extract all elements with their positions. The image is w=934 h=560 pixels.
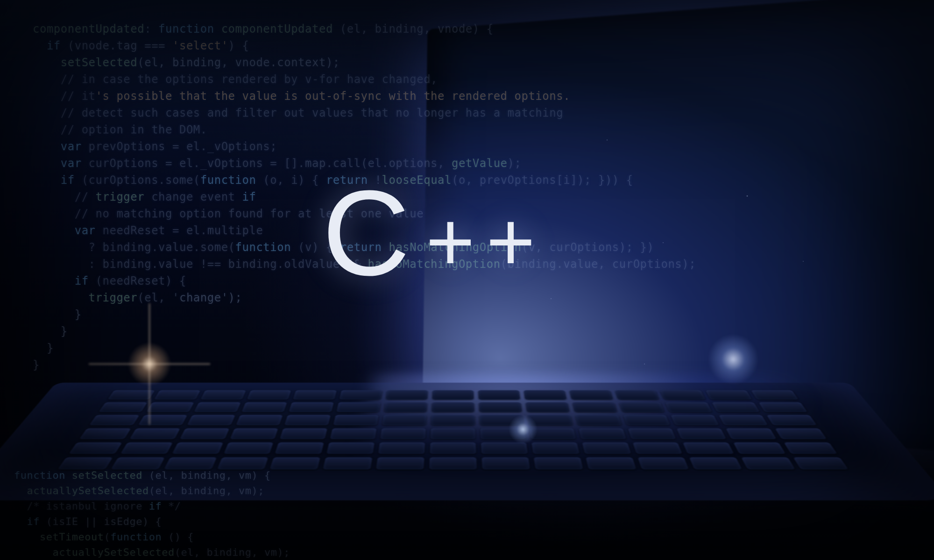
laptop-keyboard: [0, 383, 934, 500]
keyboard-keys: [57, 390, 849, 469]
hero-image: componentUpdated: function componentUpda…: [0, 0, 934, 560]
cpp-letter-c: C: [322, 163, 413, 303]
